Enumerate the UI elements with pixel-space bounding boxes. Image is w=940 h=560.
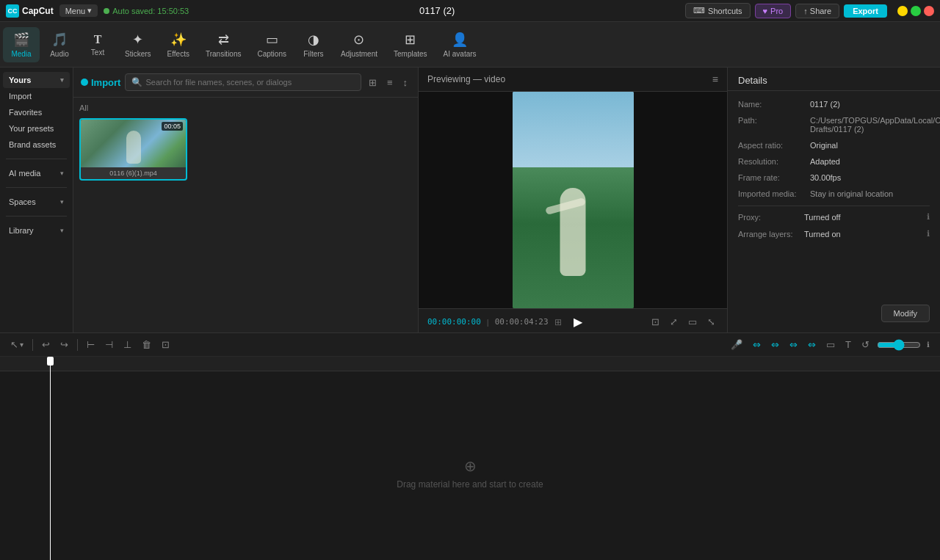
- subtitle-export-button[interactable]: ▭: [823, 338, 838, 352]
- maximize-button[interactable]: [911, 6, 921, 16]
- link-button[interactable]: ⇔: [787, 338, 800, 352]
- sidebar-item-brand-assets[interactable]: Brand assets: [3, 137, 70, 153]
- link-audio-button[interactable]: ⇔: [750, 338, 764, 352]
- sidebar-item-favorites[interactable]: Favorites: [3, 104, 70, 120]
- aspect-label: Aspect ratio:: [738, 141, 804, 150]
- crop-button[interactable]: ⊡: [159, 338, 173, 352]
- main-toolbar: 🎬 Media 🎵 Audio T Text ✦ Stickers ✨ Effe…: [0, 22, 940, 68]
- expand-button[interactable]: ⤡: [704, 315, 718, 329]
- arrange-info-icon[interactable]: ℹ: [927, 229, 930, 239]
- proxy-value: Turned off: [804, 213, 927, 222]
- tool-transitions[interactable]: ⇄ Transitions: [198, 27, 249, 62]
- zoom-info-button[interactable]: ℹ: [924, 339, 933, 350]
- details-header: Details: [728, 68, 940, 91]
- captions-icon: ▭: [266, 32, 278, 48]
- frame-prev-button[interactable]: ⊞: [554, 317, 562, 327]
- media-toolbar: ⊞ ≡ ↕: [366, 76, 411, 90]
- tool-effects[interactable]: ✨ Effects: [160, 27, 197, 62]
- logo-icon: CC: [6, 4, 19, 18]
- split-button[interactable]: ⊥: [120, 338, 134, 352]
- framerate-value: 30.00fps: [810, 173, 930, 182]
- thumbnail-duration: 00:05: [162, 122, 183, 131]
- window-controls: [897, 6, 934, 16]
- sidebar-item-your-presets[interactable]: Your presets: [3, 120, 70, 137]
- link-video-button[interactable]: ⇔: [768, 338, 782, 352]
- tool-stickers[interactable]: ✦ Stickers: [118, 27, 159, 62]
- pro-button[interactable]: ♥ Pro: [755, 4, 792, 18]
- grid-view-button[interactable]: ⊞: [366, 76, 380, 90]
- select-tool-button[interactable]: ↖▾: [7, 338, 26, 352]
- sidebar-item-yours[interactable]: Yours ▾: [3, 72, 70, 88]
- zoom-slider[interactable]: [877, 339, 921, 351]
- fit-screen-button[interactable]: ⊡: [648, 315, 662, 329]
- menu-button[interactable]: Menu ▾: [59, 4, 98, 17]
- detail-path-row: Path: C:/Users/TOPGUS/AppData/Local/CapC…: [738, 116, 930, 134]
- adjustment-icon: ⊙: [353, 32, 364, 48]
- detail-proxy-row: Proxy: Turned off ℹ: [738, 212, 930, 222]
- media-icon: 🎬: [13, 32, 29, 48]
- templates-icon: ⊞: [405, 32, 416, 48]
- preview-menu-icon[interactable]: ≡: [712, 73, 718, 85]
- close-button[interactable]: [924, 6, 934, 16]
- auto-save-status: Auto saved: 15:50:53: [104, 7, 189, 15]
- tool-templates[interactable]: ⊞ Templates: [386, 27, 435, 62]
- toolbar-separator-2: [77, 339, 78, 351]
- import-button[interactable]: Import: [81, 77, 120, 88]
- chevron-down-icon: ▾: [60, 76, 64, 84]
- media-all-label: All: [79, 103, 412, 112]
- tool-audio[interactable]: 🎵 Audio: [41, 27, 78, 62]
- tool-filters[interactable]: ◑ Filters: [295, 27, 332, 62]
- proxy-info-icon[interactable]: ℹ: [927, 212, 930, 222]
- name-value: 0117 (2): [810, 100, 930, 109]
- title-button[interactable]: T: [842, 338, 854, 352]
- search-input[interactable]: [145, 78, 354, 87]
- tool-ai-avatars[interactable]: 👤 AI avatars: [436, 27, 484, 62]
- delete-button[interactable]: 🗑: [139, 338, 154, 352]
- loop-button[interactable]: ↺: [858, 338, 872, 352]
- drop-text: Drag material here and start to create: [397, 479, 543, 490]
- modify-button[interactable]: Modify: [881, 305, 930, 322]
- shortcuts-button[interactable]: ⌨ Shortcuts: [685, 3, 750, 18]
- time-total: 00:00:04:23: [495, 317, 549, 327]
- microphone-button[interactable]: 🎤: [728, 338, 745, 352]
- resolution-value: Adapted: [810, 157, 930, 166]
- timeline-toolbar: ↖▾ ↩ ↪ ⊢ ⊣ ⊥ 🗑 ⊡ 🎤 ⇔ ⇔ ⇔ ⇔ ▭ T ↺ ℹ: [0, 333, 940, 357]
- sort-button[interactable]: ↕: [400, 76, 411, 90]
- split-tail-button[interactable]: ⊣: [102, 338, 116, 352]
- ratio-button[interactable]: ▭: [685, 315, 700, 329]
- tool-media[interactable]: 🎬 Media: [3, 27, 40, 62]
- top-bar: CC CapCut Menu ▾ Auto saved: 15:50:53 01…: [0, 0, 940, 22]
- transitions-icon: ⇄: [218, 32, 229, 48]
- timeline-area: ⊕ Drag material here and start to create: [0, 357, 940, 560]
- share-button[interactable]: ↑ Share: [795, 4, 839, 18]
- main-content: Yours ▾ Import Favorites Your presets Br…: [0, 68, 940, 332]
- media-thumbnail[interactable]: 00:05 0116 (6)(1).mp4: [79, 118, 187, 181]
- minimize-button[interactable]: [897, 6, 908, 16]
- tool-text[interactable]: T Text: [79, 29, 116, 61]
- playhead-head: [47, 357, 54, 366]
- detail-resolution-row: Resolution: Adapted: [738, 157, 930, 166]
- sidebar-item-library[interactable]: Library ▾: [3, 222, 70, 239]
- details-panel: Details Name: 0117 (2) Path: C:/Users/TO…: [727, 68, 940, 332]
- sidebar-item-spaces[interactable]: Spaces ▾: [3, 194, 70, 210]
- undo-button[interactable]: ↩: [39, 338, 53, 352]
- sidebar-divider-1: [6, 159, 67, 159]
- redo-button[interactable]: ↪: [57, 338, 71, 352]
- timeline-right-tools: 🎤 ⇔ ⇔ ⇔ ⇔ ▭ T ↺ ℹ: [728, 338, 933, 352]
- list-view-button[interactable]: ≡: [384, 76, 396, 90]
- tool-adjustment[interactable]: ⊙ Adjustment: [333, 27, 385, 62]
- keyboard-icon: ⌨: [693, 6, 705, 15]
- effects-icon: ✨: [170, 32, 187, 48]
- sidebar-item-import[interactable]: Import: [3, 88, 70, 104]
- playhead[interactable]: [50, 357, 51, 560]
- export-button[interactable]: Export: [844, 4, 887, 18]
- sidebar-item-ai-media[interactable]: AI media ▾: [3, 165, 70, 181]
- tool-captions[interactable]: ▭ Captions: [250, 27, 294, 62]
- fullscreen-button[interactable]: ⤢: [667, 315, 681, 329]
- link-text-button[interactable]: ⇔: [805, 338, 819, 352]
- split-head-button[interactable]: ⊢: [84, 338, 98, 352]
- sidebar-spaces-section: Spaces ▾: [0, 189, 73, 214]
- ai-avatars-icon: 👤: [452, 32, 468, 48]
- path-label: Path:: [738, 116, 804, 125]
- play-button[interactable]: ▶: [568, 315, 588, 329]
